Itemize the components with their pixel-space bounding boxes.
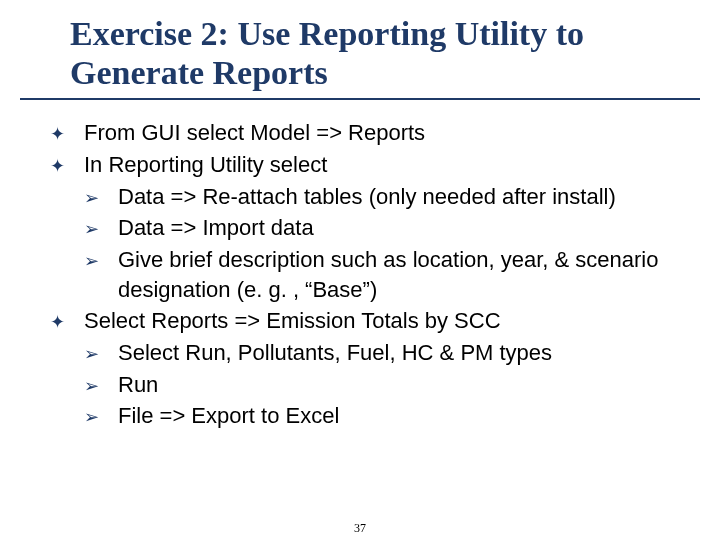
sub-bullet-icon: ➢ <box>84 213 118 241</box>
list-subitem: ➢ Run <box>84 370 670 400</box>
list-subitem-text: Data => Re-attach tables (only needed af… <box>118 182 670 212</box>
list-item-text: In Reporting Utility select <box>84 150 670 180</box>
list-item: ✦ In Reporting Utility select <box>50 150 670 180</box>
list-subitem: ➢ File => Export to Excel <box>84 401 670 431</box>
page-number: 37 <box>0 521 720 536</box>
bullet-icon: ✦ <box>50 150 84 178</box>
bullet-icon: ✦ <box>50 118 84 146</box>
sub-bullet-icon: ➢ <box>84 401 118 429</box>
slide-content: ✦ From GUI select Model => Reports ✦ In … <box>50 118 670 431</box>
list-subitem-text: File => Export to Excel <box>118 401 670 431</box>
sub-bullet-icon: ➢ <box>84 245 118 273</box>
list-item-text: From GUI select Model => Reports <box>84 118 670 148</box>
list-subitem-text: Data => Import data <box>118 213 670 243</box>
list-subitem: ➢ Data => Import data <box>84 213 670 243</box>
list-subitem-text: Select Run, Pollutants, Fuel, HC & PM ty… <box>118 338 670 368</box>
list-item: ✦ Select Reports => Emission Totals by S… <box>50 306 670 336</box>
sub-bullet-icon: ➢ <box>84 338 118 366</box>
sub-bullet-icon: ➢ <box>84 370 118 398</box>
slide: Exercise 2: Use Reporting Utility to Gen… <box>0 14 720 540</box>
bullet-icon: ✦ <box>50 306 84 334</box>
list-subitem: ➢ Select Run, Pollutants, Fuel, HC & PM … <box>84 338 670 368</box>
list-subitem-text: Give brief description such as location,… <box>118 245 670 304</box>
title-underline <box>20 98 700 100</box>
list-subitem: ➢ Give brief description such as locatio… <box>84 245 670 304</box>
sub-bullet-icon: ➢ <box>84 182 118 210</box>
list-item-text: Select Reports => Emission Totals by SCC <box>84 306 670 336</box>
list-subitem-text: Run <box>118 370 670 400</box>
list-item: ✦ From GUI select Model => Reports <box>50 118 670 148</box>
slide-title: Exercise 2: Use Reporting Utility to Gen… <box>70 14 660 92</box>
list-subitem: ➢ Data => Re-attach tables (only needed … <box>84 182 670 212</box>
